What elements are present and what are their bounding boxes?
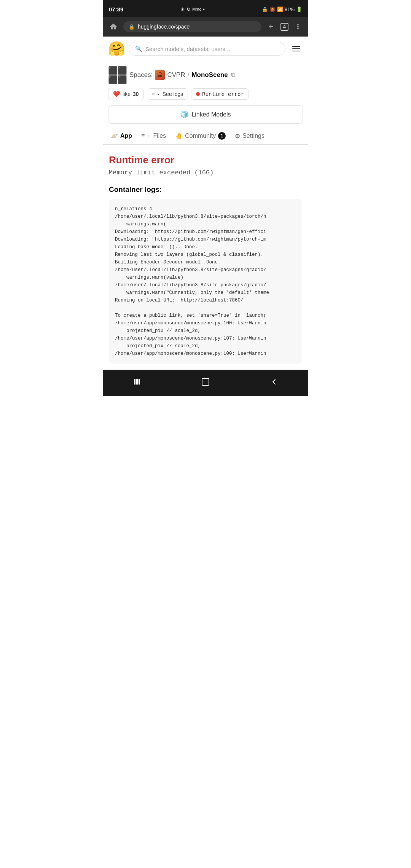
spaces-grid-icon: ⬛⬛⬛⬛ [108, 66, 127, 84]
settings-tab-icon: ⚙ [235, 132, 240, 140]
like-button[interactable]: ❤️ like 30 [108, 88, 144, 100]
status-bar: 07:39 ☀ ↻ Mmo • 🔒 🔕 📶 81% 🔋 [103, 0, 308, 17]
menu-button[interactable] [289, 42, 303, 56]
repo-name[interactable]: MonoScene [191, 71, 228, 79]
org-name[interactable]: CVPR [167, 71, 185, 79]
tab-files[interactable]: ≡→ Files [137, 128, 170, 144]
container-logs-label: Container logs: [109, 185, 302, 194]
error-dot-icon [196, 92, 200, 96]
like-count: 30 [133, 91, 139, 97]
more-options-button[interactable] [292, 20, 304, 33]
menu-line-1 [292, 46, 300, 47]
page-content: 🤗 🔍 Search models, datasets, users... ⬛⬛… [103, 37, 308, 370]
breadcrumb: ⬛⬛⬛⬛ Spaces: 🏛 CVPR / MonoScene ⧉ [103, 61, 308, 86]
runtime-error-label: Runtime error [202, 91, 244, 97]
logs-box[interactable]: n_relations 4 /home/user/.local/lib/pyth… [109, 199, 302, 364]
nav-back-button[interactable] [266, 373, 282, 390]
wifi-icon: 📶 [277, 6, 283, 12]
app-tab-icon: 🪐 [110, 132, 118, 140]
url-bar[interactable]: 🔒 huggingface.co/space [123, 21, 261, 32]
battery-label: 81% [285, 6, 295, 12]
heart-icon: ❤️ [113, 91, 120, 97]
model-icon: 🧊 [180, 110, 188, 119]
action-row: ❤️ like 30 ≡→ See logs Runtime error [103, 86, 308, 104]
svg-rect-1 [136, 379, 138, 385]
carrier-icon: Mmo [192, 7, 201, 11]
like-label: like [123, 91, 131, 97]
status-right: 🔒 🔕 📶 81% 🔋 [262, 6, 302, 12]
status-icons: ☀ ↻ Mmo • [180, 6, 205, 12]
menu-line-3 [292, 51, 300, 51]
tab-community[interactable]: 🤚 Community 1 [170, 128, 230, 144]
tab-settings-label: Settings [242, 132, 264, 139]
search-placeholder: Search models, datasets, users... [145, 46, 230, 52]
browser-chrome: 🔒 huggingface.co/space 4 [103, 17, 308, 37]
org-avatar: 🏛 [155, 70, 165, 80]
logs-label: See logs [162, 91, 183, 97]
runtime-error-button[interactable]: Runtime error [191, 88, 249, 100]
tab-app[interactable]: 🪐 App [106, 128, 137, 144]
battery-icon: 🔋 [296, 6, 302, 12]
sync-icon: ↻ [186, 6, 191, 12]
browser-actions: 4 [264, 20, 304, 33]
tab-count[interactable]: 4 [280, 23, 288, 31]
search-bar[interactable]: 🔍 Search models, datasets, users... [129, 42, 285, 56]
nav-menu-button[interactable] [129, 373, 145, 390]
tab-app-label: App [120, 132, 132, 139]
community-badge: 1 [218, 132, 226, 140]
files-tab-icon: ≡→ [141, 132, 151, 139]
tab-files-label: Files [153, 132, 166, 139]
spaces-label[interactable]: Spaces: [129, 71, 153, 79]
error-message: Memory limit exceeded (16G) [109, 169, 302, 176]
tabs-row: 🪐 App ≡→ Files 🤚 Community 1 ⚙ Settings [103, 128, 308, 145]
copy-icon[interactable]: ⧉ [231, 72, 235, 78]
hf-logo: 🤗 [108, 40, 125, 57]
dot-icon: • [203, 6, 205, 12]
hf-header: 🤗 🔍 Search models, datasets, users... [103, 37, 308, 61]
mute-icon: 🔕 [269, 6, 276, 12]
logs-icon: ≡→ [152, 91, 160, 97]
tab-community-label: Community [185, 132, 216, 139]
nav-home-button[interactable] [197, 373, 214, 390]
breadcrumb-slash: / [188, 71, 190, 79]
linked-models-button[interactable]: 🧊 Linked Models [108, 105, 303, 124]
nav-bar [103, 370, 308, 396]
runtime-error-title: Runtime error [109, 154, 302, 166]
see-logs-button[interactable]: ≡→ See logs [147, 88, 188, 100]
status-time: 07:39 [109, 6, 123, 13]
lock-icon-status: 🔒 [262, 6, 268, 12]
home-button[interactable] [107, 20, 120, 34]
tab-settings[interactable]: ⚙ Settings [230, 128, 269, 144]
svg-rect-2 [139, 379, 140, 385]
search-icon: 🔍 [135, 45, 142, 52]
community-tab-icon: 🤚 [175, 132, 183, 140]
lock-icon: 🔒 [129, 24, 135, 30]
new-tab-button[interactable] [264, 20, 277, 33]
linked-models-label: Linked Models [191, 111, 231, 118]
menu-line-2 [292, 48, 300, 49]
svg-rect-0 [134, 379, 135, 385]
main-content: Runtime error Memory limit exceeded (16G… [103, 145, 308, 370]
sun-icon: ☀ [180, 6, 185, 12]
svg-rect-3 [202, 378, 209, 385]
url-text: huggingface.co/space [138, 24, 190, 30]
